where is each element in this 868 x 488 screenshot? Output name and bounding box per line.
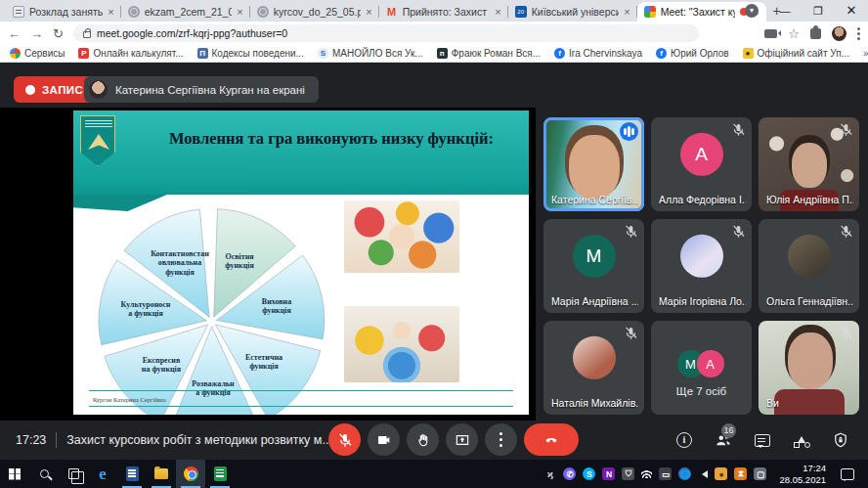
browser-menu-icon[interactable]	[857, 32, 860, 35]
tab-search-icon[interactable]: ▾	[745, 4, 759, 18]
participant-tile[interactable]: М Марія Андріївна ...	[543, 219, 644, 313]
tab-kyrcov-pdf[interactable]: kyrcov_do_25_05.pdf ×	[250, 2, 379, 22]
bookmark-facebook-2[interactable]: fЮрий Орлов	[656, 48, 728, 59]
mic-off-icon	[624, 224, 638, 239]
bookmark-services[interactable]: Сервисы	[10, 48, 65, 59]
battery-icon[interactable]: ▭	[659, 467, 672, 480]
participant-tile[interactable]: Ольга Геннадіївн...	[759, 219, 859, 313]
host-controls-button[interactable]	[831, 430, 850, 450]
participant-tile[interactable]: Катерина Сергіїв...	[543, 117, 644, 211]
action-center-icon[interactable]	[841, 468, 854, 480]
tab-label: Київський університе	[532, 6, 620, 18]
n-site-icon: п	[437, 48, 448, 59]
taskbar-search-button[interactable]	[29, 460, 59, 488]
meeting-details-button[interactable]: i	[674, 430, 694, 450]
end-call-button[interactable]	[524, 423, 579, 456]
edge-button[interactable]: e	[88, 460, 117, 488]
activities-button[interactable]	[792, 430, 811, 450]
bookmark-calculator[interactable]: РОнлайн калькулят...	[78, 48, 183, 59]
participant-tile[interactable]: Наталія Михайлів...	[543, 321, 644, 415]
file-explorer-button[interactable]	[147, 460, 176, 488]
tab-close-icon[interactable]: ×	[237, 6, 242, 18]
close-button[interactable]: ✕	[835, 0, 868, 22]
task-view-button[interactable]	[59, 460, 88, 488]
taskbar-clock[interactable]: 17:24 28.05.2021	[773, 463, 832, 486]
forward-icon[interactable]: →	[30, 26, 43, 41]
bookmark-star-icon[interactable]: ☆	[788, 26, 800, 41]
viber-icon[interactable]: ✆	[563, 467, 576, 480]
screen: Розклад занять × ekzam_2cem_21_05_1... ×…	[0, 0, 868, 488]
meeting-info: 17:23 Захист курсових робіт з методики р…	[16, 421, 332, 460]
chat-button[interactable]	[753, 430, 772, 450]
shared-slide: Мовлення та гра виконують низку функцій:	[73, 111, 529, 415]
recording-label: ЗАПИС	[42, 84, 83, 96]
tab-rozklad[interactable]: Розклад занять ×	[6, 2, 121, 22]
skype-icon[interactable]: S	[583, 467, 595, 480]
back-icon[interactable]: ←	[8, 26, 21, 41]
activities-icon	[794, 433, 810, 448]
tab-ekzam[interactable]: ekzam_2cem_21_05_1... ×	[121, 2, 250, 22]
function-label: Виховна функція	[232, 297, 322, 316]
function-label: Розважальн а функція	[168, 379, 258, 398]
people-tray-icon[interactable]: ϗ	[543, 467, 556, 480]
tab-gmail[interactable]: M Прийнято: Захист кур ×	[379, 2, 508, 22]
meeting-time: 17:23	[16, 433, 46, 447]
avatar: А	[680, 133, 723, 176]
tab-close-icon[interactable]: ×	[366, 6, 371, 18]
participant-tile[interactable]: Марія Ігорівна Ло...	[651, 219, 752, 313]
address-bar[interactable]: meet.google.com/zrf-kqrj-ppg?authuser=0	[73, 24, 699, 42]
profile-avatar[interactable]	[832, 26, 846, 41]
mic-off-icon	[839, 224, 853, 239]
bookmark-codexes[interactable]: ΠКодексы поведени...	[197, 48, 304, 59]
participants-button[interactable]: 16	[714, 430, 733, 450]
minimize-button[interactable]: —	[768, 0, 802, 22]
divider	[56, 432, 57, 448]
participants-count-badge: 16	[721, 423, 736, 438]
raise-hand-button[interactable]	[407, 423, 439, 456]
network-icon[interactable]: 🌐	[678, 467, 691, 480]
bookmark-frayuk[interactable]: пФраюк Роман Вся...	[437, 48, 541, 59]
bookmarks-overflow-icon[interactable]: »	[863, 48, 868, 59]
overflow-tile[interactable]: М А Ще 7 осіб	[651, 321, 752, 415]
slide-footer-text: Курган Катерина Сергіївна	[93, 396, 166, 403]
camera-button[interactable]	[368, 423, 400, 456]
wifi-icon[interactable]	[641, 470, 652, 478]
presenter-avatar	[89, 80, 108, 99]
display-tray-icon[interactable]: ▢	[754, 467, 766, 480]
coin-tray-icon[interactable]: ●	[715, 467, 727, 480]
participant-tile[interactable]: А Алла Федорівна І...	[651, 117, 752, 211]
chrome-button[interactable]	[176, 460, 205, 488]
bookmark-official-site[interactable]: ●Офіційний сайт Уп...	[743, 48, 849, 59]
defender-icon[interactable]: ⛉	[622, 467, 634, 480]
camera-in-use-icon[interactable]	[764, 29, 777, 38]
participant-tile[interactable]: Юлія Андріївна П...	[759, 117, 859, 211]
tab-university[interactable]: 20 Київський університе ×	[508, 2, 637, 22]
end-call-icon	[543, 432, 559, 448]
more-options-button[interactable]	[485, 423, 517, 456]
onenote-icon[interactable]: N	[602, 467, 615, 480]
presentation-stage: Мовлення та гра виконують низку функцій:	[0, 108, 536, 421]
more-participants-label: Ще 7 осіб	[651, 385, 752, 397]
hourglass-tray-icon[interactable]: ⧗	[734, 467, 747, 480]
bookmark-facebook-1[interactable]: fIra Chervinskaya	[554, 48, 642, 59]
tab-close-icon[interactable]: ×	[624, 6, 629, 18]
document-app-icon	[126, 466, 139, 481]
calc-button[interactable]	[205, 460, 235, 488]
slide-title: Мовлення та гра виконують низку функцій:	[159, 128, 503, 149]
mic-mute-button[interactable]	[328, 423, 361, 456]
maximize-button[interactable]: ❐	[802, 0, 835, 22]
tab-close-icon[interactable]: ×	[108, 6, 113, 18]
writer-button[interactable]	[117, 460, 147, 488]
tab-label: Прийнято: Захист кур	[403, 6, 491, 18]
participant-name: Ольга Геннадіївн...	[766, 295, 853, 307]
tab-close-icon[interactable]: ×	[495, 6, 500, 18]
volume-icon[interactable]	[698, 470, 708, 478]
mic-off-icon	[337, 432, 353, 448]
start-button[interactable]	[0, 460, 29, 488]
extensions-icon[interactable]	[810, 28, 821, 39]
reload-icon[interactable]: ↻	[53, 26, 64, 41]
url-text: meet.google.com/zrf-kqrj-ppg?authuser=0	[97, 27, 287, 39]
present-screen-button[interactable]	[446, 423, 478, 456]
bookmark-manoilo[interactable]: SМАНОЙЛО Вся Ук...	[318, 48, 423, 59]
self-tile[interactable]: Ви	[759, 321, 859, 415]
